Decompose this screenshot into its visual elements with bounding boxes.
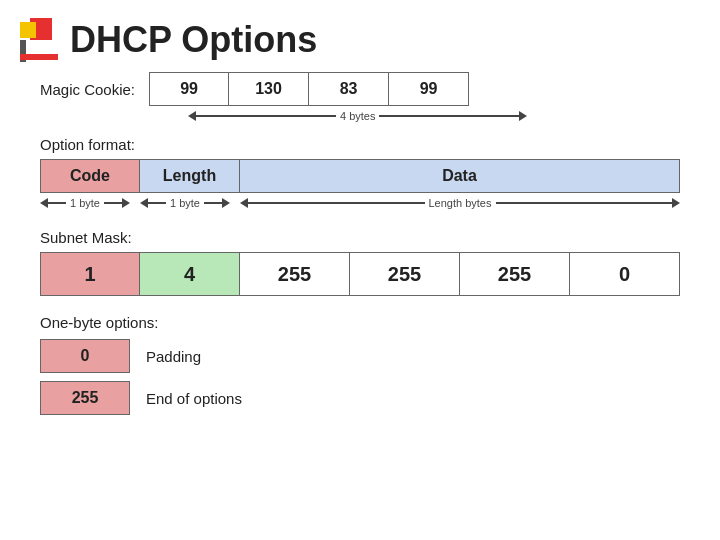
option-length-box: Length <box>140 159 240 193</box>
main-content: Magic Cookie: 99 130 83 99 4 bytes Optio… <box>0 72 720 415</box>
cookie-box-1: 130 <box>229 72 309 106</box>
length-arrow-right <box>222 198 230 208</box>
subnet-length-box: 4 <box>140 252 240 296</box>
data-shaft-right <box>496 202 673 204</box>
length-byte-label: 1 byte <box>170 197 200 209</box>
cookie-box-3: 99 <box>389 72 469 106</box>
option-format-label: Option format: <box>40 136 680 153</box>
logo-bar-bottom <box>20 54 58 60</box>
subnet-boxes: 1 4 255 255 255 0 <box>40 252 680 296</box>
four-bytes-shaft <box>196 115 336 117</box>
logo-yellow-square <box>20 22 36 38</box>
four-bytes-arrow-right <box>519 111 527 121</box>
subnet-val-3: 0 <box>570 252 680 296</box>
data-arrow-right <box>672 198 680 208</box>
cookie-box-0: 99 <box>149 72 229 106</box>
padding-code-box: 0 <box>40 339 130 373</box>
magic-cookie-label: Magic Cookie: <box>40 81 135 98</box>
option-code-box: Code <box>40 159 140 193</box>
end-description: End of options <box>146 390 242 407</box>
one-byte-options-section: One-byte options: 0 Padding 255 End of o… <box>40 314 680 415</box>
subnet-mask-label: Subnet Mask: <box>40 229 680 246</box>
data-arrow-left <box>240 198 248 208</box>
data-byte-label: Length bytes <box>429 197 492 209</box>
data-byte-section: Length bytes <box>240 197 680 209</box>
page-header: DHCP Options <box>0 0 720 72</box>
byte-labels-row: 1 byte 1 byte Length bytes <box>40 197 680 209</box>
length-shaft <box>148 202 166 204</box>
subnet-val-2: 255 <box>460 252 570 296</box>
four-bytes-arrow-left <box>188 111 196 121</box>
subnet-val-1: 255 <box>350 252 460 296</box>
cookie-boxes: 99 130 83 99 <box>149 72 469 106</box>
code-arrow-left <box>40 198 48 208</box>
code-byte-label: 1 byte <box>70 197 100 209</box>
subnet-code-box: 1 <box>40 252 140 296</box>
end-code-box: 255 <box>40 381 130 415</box>
code-arrow-right <box>122 198 130 208</box>
length-arrow-left <box>140 198 148 208</box>
four-bytes-shaft-right <box>379 115 519 117</box>
logo <box>20 18 60 62</box>
padding-description: Padding <box>146 348 201 365</box>
magic-cookie-row: Magic Cookie: 99 130 83 99 <box>40 72 680 106</box>
code-shaft <box>48 202 66 204</box>
option-format-boxes: Code Length Data <box>40 159 680 193</box>
data-shaft <box>248 202 425 204</box>
option-data-box: Data <box>240 159 680 193</box>
code-byte-section: 1 byte <box>40 197 140 209</box>
page-title: DHCP Options <box>70 19 317 61</box>
subnet-val-0: 255 <box>240 252 350 296</box>
length-byte-section: 1 byte <box>140 197 240 209</box>
cookie-box-2: 83 <box>309 72 389 106</box>
one-byte-options-label: One-byte options: <box>40 314 680 331</box>
code-shaft-right <box>104 202 122 204</box>
one-byte-end-row: 255 End of options <box>40 381 680 415</box>
one-byte-padding-row: 0 Padding <box>40 339 680 373</box>
four-bytes-label: 4 bytes <box>340 110 375 122</box>
length-shaft-right <box>204 202 222 204</box>
